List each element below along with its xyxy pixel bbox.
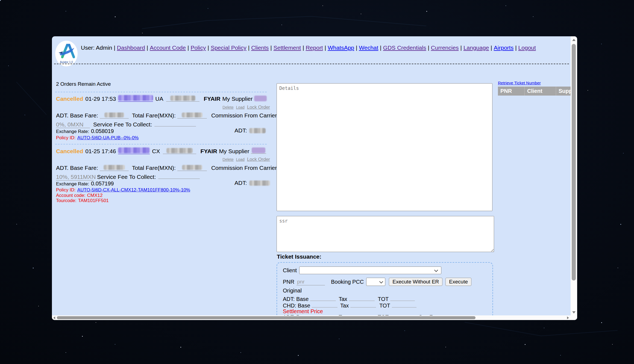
- base-fare-input[interactable]: [100, 112, 129, 119]
- pnr-row: PNR Booking PCC Execute Without ER Execu…: [283, 278, 471, 286]
- nav-link-dashboard[interactable]: Dashboard: [117, 45, 145, 51]
- order-datetime: 01-25 17:46: [85, 148, 116, 155]
- total-fare-label: Total Fare(MXN):: [132, 112, 176, 119]
- nav-link-settlement[interactable]: Settlement: [274, 45, 301, 51]
- policy-id-link[interactable]: AUTO-5I6D-UA-PUB--0%-0%: [77, 135, 139, 141]
- booking-pcc-select[interactable]: [366, 278, 385, 286]
- order-card-2-account-row: Account code: CMX12: [56, 193, 102, 198]
- retrieve-ticket-number-link[interactable]: Retrieve Ticket Number: [498, 81, 541, 85]
- nav-link-gds-credentials[interactable]: GDS Credentials: [383, 45, 426, 51]
- execute-without-er-button[interactable]: Execute Without ER: [389, 278, 442, 286]
- exchange-rate-value: 0.057199: [91, 180, 114, 187]
- account-code-label: Account code:: [56, 193, 86, 198]
- lock-order-link[interactable]: Lock Order: [247, 105, 270, 110]
- tot-label: TOT: [379, 303, 390, 309]
- client-row: Client: [283, 267, 441, 274]
- order-card-2-fare-row: ADT. Base Fare: Total Fare(MXN): Commiss…: [56, 164, 278, 171]
- nav-link-language[interactable]: Language: [463, 45, 489, 51]
- order-card-1-policy-row: Policy ID: AUTO-5I6D-UA-PUB--0%-0%: [56, 135, 139, 141]
- order-status: Cancelled: [56, 96, 83, 102]
- nav-link-wechat[interactable]: Wechat: [359, 45, 378, 51]
- order-card-1-servicefee-row: 0%, 0MXN Service Fee To Collect:: [56, 120, 196, 128]
- commission-label: Commission From Carrier:: [211, 112, 278, 119]
- nav-link-account-code[interactable]: Account Code: [150, 45, 186, 51]
- client-select[interactable]: [299, 267, 441, 274]
- column-header-pnr: PNR: [498, 87, 525, 96]
- adt-base-input[interactable]: [310, 295, 336, 301]
- scroll-down-arrow-icon[interactable]: [572, 311, 576, 313]
- settle-svc-fee-input[interactable]: [441, 313, 465, 315]
- vertical-scrollbar[interactable]: [571, 36, 577, 315]
- scroll-left-arrow-icon[interactable]: [53, 316, 55, 319]
- user-label: User: Admin: [81, 45, 112, 51]
- nav-link-logout[interactable]: Logout: [518, 45, 536, 51]
- ssr-textarea[interactable]: [277, 216, 494, 252]
- chd-tot-input[interactable]: [392, 301, 416, 307]
- settle-adt-tax-input[interactable]: [349, 313, 375, 315]
- lock-order-link[interactable]: Lock Order: [247, 157, 270, 162]
- ticket-issuance-heading: Ticket Issuance:: [277, 253, 321, 260]
- order-card-1-fare-row: ADT. Base Fare: Total Fare(MXN): Commiss…: [56, 112, 278, 119]
- client-label: Client: [283, 267, 297, 274]
- commission-label: Commission From Carrier:: [211, 165, 278, 171]
- nav-link-report[interactable]: Report: [306, 45, 323, 51]
- horizontal-scrollbar-thumb[interactable]: [57, 316, 476, 319]
- adt-tot-input[interactable]: [390, 295, 415, 301]
- vertical-scrollbar-thumb[interactable]: [572, 44, 576, 280]
- ticket-number-input[interactable]: [163, 147, 196, 154]
- supplier-value-input[interactable]: [251, 147, 266, 154]
- redacted-adt-value: [249, 128, 266, 133]
- account-code-value: CMX12: [87, 193, 103, 198]
- redacted-passenger-link[interactable]: [118, 95, 153, 102]
- settlement-adt-row: ADT: Base Tax TOT Svc Fee: [283, 313, 465, 315]
- nav-link-policy[interactable]: Policy: [190, 45, 206, 51]
- chd-tax-input[interactable]: [350, 301, 376, 307]
- carrier-code: CX: [152, 148, 160, 155]
- my-supplier-label: My Supplier: [219, 148, 250, 155]
- chd-base-input[interactable]: [312, 301, 337, 307]
- nav-link-whatsapp[interactable]: WhatsApp: [328, 45, 354, 51]
- policy-id-link[interactable]: AUTO-5I6D-CX-ALL-CMX12-TAM101FF800-10%-1…: [77, 187, 190, 193]
- logo-brand-text: Aviator 1.0: [60, 61, 73, 64]
- service-fee-input[interactable]: [158, 172, 200, 179]
- nav-link-airports[interactable]: Airports: [494, 45, 513, 51]
- execute-button[interactable]: Execute: [445, 278, 471, 286]
- scroll-up-arrow-icon[interactable]: [572, 39, 576, 41]
- service-fee-label: Service Fee To Collect:: [93, 121, 152, 128]
- my-supplier-label: My Supplier: [222, 96, 253, 102]
- card-separator: [55, 92, 267, 92]
- adt-tax-input[interactable]: [349, 295, 375, 301]
- order-card-1-header: Cancelled 01-29 17:53 UA FYAIR My Suppli…: [56, 95, 267, 102]
- delete-order-link[interactable]: Delete: [222, 105, 233, 110]
- settle-adt-tot-input[interactable]: [390, 313, 415, 315]
- details-textarea[interactable]: [277, 83, 492, 211]
- redacted-passenger-link[interactable]: [118, 147, 150, 154]
- order-card-2-actions: Delete Load Lock Order: [56, 157, 270, 162]
- nav-link-currencies[interactable]: Currencies: [431, 45, 459, 51]
- settle-adt-base-input[interactable]: [310, 313, 336, 315]
- base-fare-input[interactable]: [100, 164, 129, 171]
- service-fee-input[interactable]: [154, 120, 196, 126]
- orders-summary: 2 Orders Remain Active: [56, 81, 111, 87]
- nav-link-special-policy[interactable]: Special Policy: [211, 45, 246, 51]
- delete-order-link[interactable]: Delete: [222, 157, 233, 162]
- exchange-rate-value: 0.058019: [91, 128, 114, 134]
- pnr-label: PNR: [283, 279, 294, 285]
- order-card-1-adt-group: ADT:: [234, 127, 266, 134]
- commission-value-input[interactable]: 0%, 0MXN: [56, 121, 90, 128]
- load-order-link[interactable]: Load: [236, 105, 245, 110]
- nav-link-clients[interactable]: Clients: [251, 45, 269, 51]
- horizontal-scrollbar[interactable]: [52, 315, 577, 320]
- scroll-right-arrow-icon[interactable]: [567, 316, 569, 319]
- column-header-supplier: Supplier: [556, 87, 571, 96]
- chd-base-label: CHD: Base: [283, 303, 310, 309]
- exchange-rate-label: Exchange Rate:: [56, 129, 89, 134]
- total-fare-input[interactable]: [177, 112, 207, 119]
- order-datetime: 01-29 17:53: [85, 96, 116, 102]
- aviator-logo: Aviator 1.0: [55, 41, 78, 66]
- total-fare-input[interactable]: [177, 164, 207, 171]
- commission-value-input[interactable]: 10%, 5911MXN: [56, 174, 94, 180]
- ticket-number-input[interactable]: [166, 95, 199, 102]
- load-order-link[interactable]: Load: [236, 157, 245, 162]
- pnr-input[interactable]: [297, 279, 325, 285]
